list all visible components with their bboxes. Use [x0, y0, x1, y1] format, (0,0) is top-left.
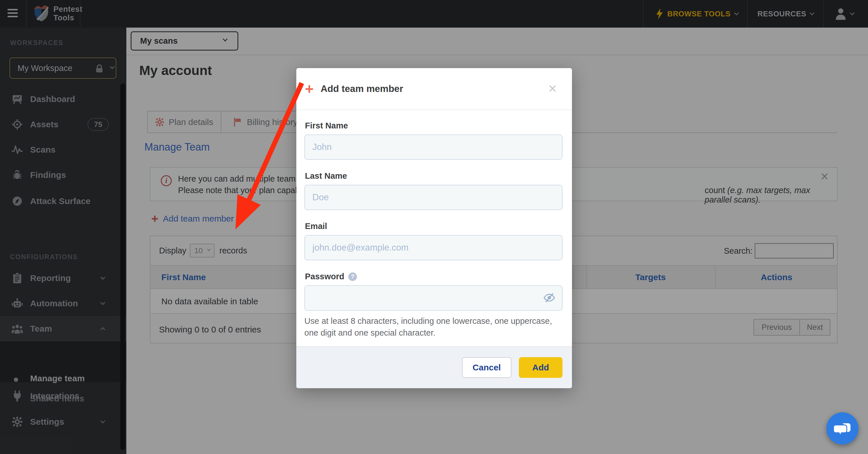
modal-body: First Name Last Name Email Password ? Us…: [296, 110, 572, 339]
password-label: Password ?: [305, 272, 562, 281]
chat-widget-button[interactable]: [826, 412, 859, 445]
modal-header: + Add team member ✕: [296, 68, 572, 110]
add-team-member-modal: + Add team member ✕ First Name Last Name…: [296, 68, 572, 388]
plus-icon: +: [305, 83, 314, 94]
add-button[interactable]: Add: [519, 357, 562, 378]
close-icon[interactable]: ✕: [548, 82, 557, 95]
password-help-icon[interactable]: ?: [348, 273, 357, 281]
password-field[interactable]: [304, 285, 562, 311]
email-label: Email: [305, 222, 562, 231]
modal-footer: Cancel Add: [296, 346, 572, 388]
chat-bubbles-icon: [834, 420, 851, 436]
password-label-text: Password: [305, 272, 344, 281]
password-helper-text: Use at least 8 characters, including one…: [304, 315, 562, 339]
last-name-label: Last Name: [305, 171, 562, 181]
first-name-field[interactable]: [304, 135, 562, 160]
eye-slash-icon[interactable]: [544, 293, 555, 304]
modal-title: Add team member: [320, 83, 403, 94]
email-field[interactable]: [304, 235, 562, 260]
first-name-label: First Name: [305, 121, 562, 131]
last-name-field[interactable]: [304, 185, 562, 210]
cancel-button[interactable]: Cancel: [462, 357, 512, 378]
